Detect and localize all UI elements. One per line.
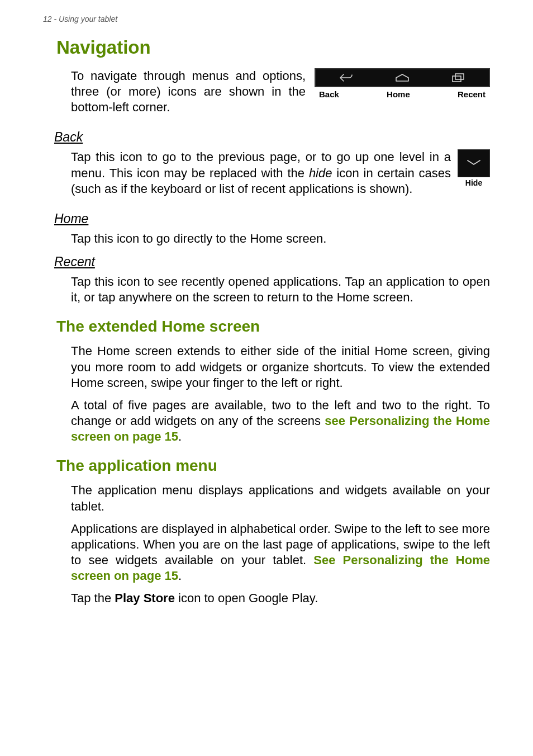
heading-application-menu: The application menu (56, 457, 490, 475)
navbar-figure: Back Home Recent (315, 68, 490, 99)
recent-body: Tap this icon to see recently opened app… (71, 274, 490, 305)
extended-p2: A total of five pages are available, two… (71, 398, 490, 445)
heading-home: Home (54, 211, 490, 226)
heading-navigation: Navigation (56, 37, 490, 58)
heading-back: Back (54, 130, 490, 145)
home-body: Tap this icon to go directly to the Home… (71, 231, 490, 247)
appmenu-p2-after: . (178, 569, 182, 583)
home-icon (394, 73, 410, 83)
svg-rect-1 (455, 74, 464, 79)
nav-intro-text: To navigate through menus and options, t… (71, 68, 306, 115)
hide-figure: Hide (458, 149, 490, 187)
hide-box (458, 149, 490, 177)
back-label: Back (319, 89, 339, 99)
appmenu-p1: The application menu displays applicatio… (71, 483, 490, 514)
extended-p2-after: . (178, 429, 182, 443)
appmenu-p3-before: Tap the (71, 591, 115, 605)
heading-recent: Recent (54, 254, 490, 270)
hide-label: Hide (465, 178, 482, 187)
back-body: Tap this icon to go to the previous page… (71, 149, 451, 196)
recent-icon (451, 73, 465, 83)
appmenu-p3-bold: Play Store (115, 591, 175, 605)
svg-rect-0 (453, 76, 461, 82)
home-label: Home (387, 89, 410, 99)
appmenu-p3: Tap the Play Store icon to open Google P… (71, 590, 490, 606)
appmenu-p2: Applications are displayed in alphabetic… (71, 521, 490, 584)
back-text-italic: hide (309, 166, 332, 180)
appmenu-p3-after: icon to open Google Play. (175, 591, 318, 605)
recent-label: Recent (458, 89, 486, 99)
back-icon (339, 73, 354, 83)
running-header: 12 - Using your tablet (43, 15, 490, 23)
hide-icon (465, 158, 482, 168)
heading-extended-home: The extended Home screen (56, 318, 490, 336)
navbar-labels: Back Home Recent (315, 89, 490, 99)
extended-p1: The Home screen extends to either side o… (71, 343, 490, 390)
navbar-box (315, 68, 490, 87)
